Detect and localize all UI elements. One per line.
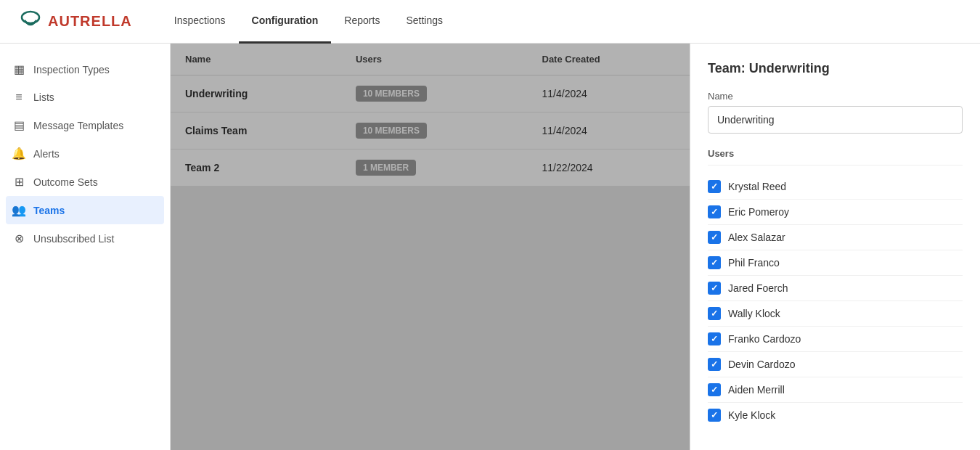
user-name: Eric Pomeroy [728, 206, 789, 218]
name-input[interactable] [708, 106, 963, 134]
unsubscribed-icon: ⊗ [12, 232, 26, 245]
logo: AUTRELLA [17, 9, 132, 35]
user-name: Franko Cardozo [728, 333, 801, 345]
sidebar-item-label: Outcome Sets [33, 176, 98, 188]
user-checkbox[interactable] [708, 282, 721, 295]
sidebar-item-teams[interactable]: 👥 Teams [6, 196, 164, 224]
user-checkbox[interactable] [708, 180, 721, 193]
user-item: Devin Cardozo [708, 352, 963, 377]
panel-title: Team: Underwriting [708, 61, 963, 76]
user-name: Devin Cardozo [728, 359, 796, 370]
content-overlay [171, 44, 690, 450]
sidebar-item-lists[interactable]: ≡ Lists [0, 83, 170, 111]
nav-item-configuration[interactable]: Configuration [239, 0, 332, 44]
user-name: Wally Klock [728, 308, 780, 319]
lists-icon: ≡ [12, 91, 26, 104]
user-item: Krystal Reed [708, 174, 963, 200]
user-item: Franko Cardozo [708, 327, 963, 352]
user-name: Jared Foerch [728, 282, 788, 294]
user-name: Phil Franco [728, 257, 780, 269]
user-item: Wally Klock [708, 301, 963, 327]
sidebar-item-unsubscribed-list[interactable]: ⊗ Unsubscribed List [0, 224, 170, 253]
sidebar-item-label: Unsubscribed List [33, 233, 114, 245]
user-checkbox[interactable] [708, 383, 721, 396]
sidebar-item-label: Alerts [33, 148, 60, 160]
content-area: Name Users Date Created Underwriting 10 … [171, 44, 690, 450]
users-section-label: Users [708, 148, 963, 165]
user-checkbox[interactable] [708, 231, 721, 244]
outcome-sets-icon: ⊞ [12, 175, 26, 189]
name-field-label: Name [708, 91, 963, 102]
logo-icon [17, 9, 44, 35]
sidebar-item-outcome-sets[interactable]: ⊞ Outcome Sets [0, 168, 170, 196]
user-checkbox[interactable] [708, 256, 721, 269]
user-checkbox[interactable] [708, 332, 721, 345]
user-checkbox[interactable] [708, 358, 721, 371]
user-item: Jared Foerch [708, 276, 963, 301]
sidebar-item-message-templates[interactable]: ▤ Message Templates [0, 111, 170, 139]
user-checkbox[interactable] [708, 307, 721, 320]
alerts-icon: 🔔 [12, 147, 26, 160]
user-item: Phil Franco [708, 250, 963, 276]
inspection-types-icon: ▦ [12, 62, 26, 76]
sidebar: ▦ Inspection Types ≡ Lists ▤ Message Tem… [0, 44, 171, 450]
top-nav: AUTRELLA Inspections Configuration Repor… [0, 0, 980, 44]
main-nav: Inspections Configuration Reports Settin… [161, 0, 456, 44]
user-item: Aiden Merrill [708, 377, 963, 403]
right-panel: Team: Underwriting Name Users Krystal Re… [690, 44, 980, 450]
user-name: Krystal Reed [728, 181, 786, 192]
user-checkbox[interactable] [708, 205, 721, 218]
nav-item-reports[interactable]: Reports [331, 0, 393, 44]
user-item: Eric Pomeroy [708, 200, 963, 225]
main-layout: ▦ Inspection Types ≡ Lists ▤ Message Tem… [0, 44, 980, 450]
teams-icon: 👥 [12, 203, 26, 217]
sidebar-item-label: Teams [33, 205, 65, 216]
user-checkbox[interactable] [708, 409, 721, 422]
users-list: Krystal Reed Eric Pomeroy Alex Salazar P… [708, 174, 963, 428]
sidebar-item-alerts[interactable]: 🔔 Alerts [0, 139, 170, 168]
nav-item-settings[interactable]: Settings [393, 0, 456, 44]
logo-text: AUTRELLA [48, 13, 132, 30]
message-templates-icon: ▤ [12, 118, 26, 132]
sidebar-item-inspection-types[interactable]: ▦ Inspection Types [0, 55, 170, 83]
sidebar-item-label: Message Templates [33, 120, 123, 131]
user-name: Alex Salazar [728, 232, 785, 243]
user-name: Aiden Merrill [728, 384, 785, 396]
sidebar-item-label: Lists [33, 91, 54, 103]
user-item: Kyle Klock [708, 403, 963, 428]
sidebar-item-label: Inspection Types [33, 64, 110, 75]
nav-item-inspections[interactable]: Inspections [161, 0, 239, 44]
user-item: Alex Salazar [708, 225, 963, 250]
user-name: Kyle Klock [728, 409, 775, 421]
